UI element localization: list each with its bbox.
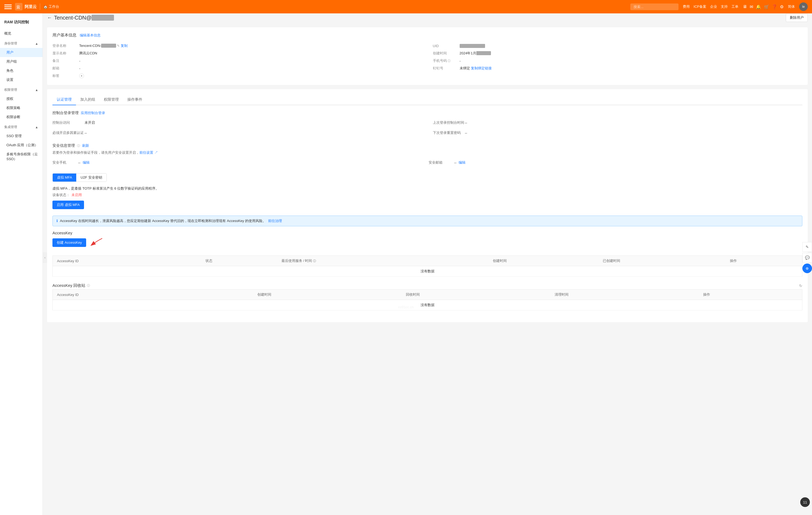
remark-value: - (79, 59, 80, 63)
tab-auth[interactable]: 认证管理 (53, 94, 76, 105)
edit-user-info-link[interactable]: 编辑基本信息 (80, 33, 100, 38)
sidebar-item-policy[interactable]: 权限策略 (0, 103, 42, 112)
nav-divider (40, 3, 40, 10)
logo: 云 阿里云 (15, 3, 37, 10)
recycle-table: AccessKey ID 创建时间 回收时间 清理时间 操作 没有数据 (53, 289, 802, 310)
nav-right: 费用 ICP备案 企业 支持 工单 🖥 ✉ 🔔 🛒 ❓ ⚙ 简体 Ie (630, 2, 808, 11)
app-console-link[interactable]: 应用控制台登录 (81, 111, 105, 115)
tab-events[interactable]: 操作事件 (123, 94, 147, 105)
next-reset-label: 下次登录重置密码 (433, 130, 465, 135)
uid-value: *** (460, 44, 485, 48)
last-login-label: 上次登录控制台时间 (433, 120, 465, 125)
nav-icp[interactable]: ICP备案 (694, 4, 706, 9)
bell-icon[interactable]: 🔔 (756, 4, 761, 9)
float-edit-button[interactable]: ✎ (802, 242, 812, 252)
nav-enterprise[interactable]: 企业 (710, 4, 717, 9)
goto-settings-link[interactable]: 前往设置 ↗ (139, 151, 158, 155)
console-login-section: 控制台登录管理 应用控制台登录 控制台访问 未开启 上次登录控制台时间 -- 必… (53, 111, 802, 137)
sidebar-item-diagnosis[interactable]: 权限诊断 (0, 112, 42, 121)
refresh-link[interactable]: 刷新 (82, 143, 89, 148)
ak-empty-row: 没有数据 (53, 266, 802, 277)
uid-label: UID (433, 44, 460, 48)
nail-label: 钉钉号 (433, 66, 460, 71)
monitor-icon[interactable]: 🖥 (743, 4, 747, 9)
chevron-up-icon: ▲ (35, 42, 38, 46)
accesskey-table: AccessKey ID 状态 最后使用服务 / 时间 ⓘ 创建时间 已创建时间… (53, 255, 802, 277)
recycle-col-clean: 清理时间 (550, 290, 699, 300)
sidebar-item-settings[interactable]: 设置 (0, 75, 42, 84)
recycle-empty-text: 没有数据 (53, 300, 802, 310)
accesskey-title: AccessKey (53, 231, 802, 235)
hamburger-menu[interactable] (4, 3, 12, 10)
nav-ticket[interactable]: 工单 (731, 4, 738, 9)
copy-login-name-link[interactable]: 复制 (121, 44, 127, 48)
nav-fee[interactable]: 费用 (683, 4, 690, 9)
next-reset-row: 下次登录重置密码 -- (433, 129, 803, 137)
sidebar-section-permission-header[interactable]: 权限管理 ▲ (0, 85, 42, 94)
sidebar-section-integration-header[interactable]: 集成管理 ▲ (0, 123, 42, 132)
sidebar-section-identity-header[interactable]: 身份管理 ▲ (0, 39, 42, 48)
security-header: 安全信息管理 ⓘ 刷新 (53, 143, 802, 148)
avatar[interactable]: Ie (799, 2, 808, 11)
sidebar-title: RAM 访问控制 (0, 18, 42, 29)
recycle-col-id: AccessKey ID (53, 290, 253, 300)
recycle-col-actions: 操作 (699, 290, 802, 300)
user-info-title: 用户基本信息 (53, 33, 77, 38)
tag-row: 标签 + (53, 72, 422, 80)
sidebar-item-overview[interactable]: 概览 (0, 29, 42, 38)
phone-value: - (460, 59, 461, 63)
ak-empty-text: 没有数据 (53, 266, 802, 277)
copy-nail-link[interactable]: 复制绑定链接 (471, 66, 492, 70)
display-name-row: 显示名称 腾讯云CDN (53, 50, 422, 57)
user-info-card: 用户基本信息 编辑基本信息 登录名称 Tencent-CDN-*** ✎ 复制 … (47, 27, 808, 85)
mfa-tab-virtual[interactable]: 虚拟 MFA (53, 173, 76, 182)
settings-icon[interactable]: ⚙ (780, 4, 784, 9)
recycle-refresh-icon[interactable]: ↻ (799, 283, 802, 288)
sidebar-section-overview: 概览 (0, 29, 42, 38)
phone-row: 手机号码 ⓘ - (433, 57, 803, 64)
tab-groups[interactable]: 加入的组 (76, 94, 99, 105)
recycle-col-created: 创建时间 (253, 290, 402, 300)
tag-label: 标签 (53, 73, 79, 78)
security-email-edit-link[interactable]: 编辑 (459, 160, 466, 165)
sidebar: RAM 访问控制 概览 身份管理 ▲ 用户 用户组 角色 设置 权限管理 ▲ 授… (0, 13, 43, 515)
sidebar-item-cloud-sso[interactable]: 多账号身份权限（云 SSO） (0, 150, 42, 164)
float-chat-button[interactable]: 💬 (802, 253, 812, 263)
sidebar-item-auth[interactable]: 授权 (0, 94, 42, 103)
create-accesskey-button[interactable]: 创建 AccessKey (53, 238, 86, 247)
goto-govern-link[interactable]: 前往治理 (268, 219, 282, 223)
sidebar-item-roles[interactable]: 角色 (0, 66, 42, 75)
security-phone-label: 安全手机 (53, 160, 74, 165)
nav-support[interactable]: 支持 (721, 4, 728, 9)
accesskey-section: AccessKey 创建 AccessKey AccessKey ID (53, 231, 802, 277)
ak-col-age: 已创建时间 (599, 256, 726, 266)
tag-value: + (79, 73, 84, 78)
mfa-tab-u2f[interactable]: U2F 安全密钥 (76, 173, 106, 182)
sidebar-item-sso[interactable]: SSO 管理 (0, 132, 42, 141)
sidebar-collapse-button[interactable]: ‹ (43, 252, 47, 263)
delete-user-button[interactable]: 删除用户 (786, 13, 808, 22)
enable-mfa-button[interactable]: 启用 虚拟 MFA (53, 200, 84, 209)
ak-col-status: 状态 (201, 256, 277, 266)
workbench-link[interactable]: 🏠 工作台 (44, 4, 59, 9)
sidebar-item-users[interactable]: 用户 (0, 48, 42, 57)
security-phone-edit-link[interactable]: 编辑 (83, 160, 90, 165)
console-access-value: 未开启 (85, 120, 95, 125)
cart-icon[interactable]: 🛒 (764, 4, 769, 9)
security-email-row: 安全邮箱 -- 编辑 (429, 158, 803, 167)
mail-icon[interactable]: ✉ (750, 4, 753, 9)
recycle-col-recycled: 回收时间 (402, 290, 550, 300)
back-button[interactable]: ← (47, 15, 52, 21)
accesskey-alert: ℹ AccessKey 在线时间越长，泄露风险越高，您应定期创建新 Access… (53, 216, 802, 226)
user-name[interactable]: 简体 (788, 4, 795, 9)
sidebar-item-oauth[interactable]: OAuth 应用（公测） (0, 141, 42, 150)
float-help-button[interactable]: ⊕ (802, 264, 812, 273)
login-name-value: Tencent-CDN-*** ✎ 复制 (79, 44, 127, 48)
tabs: 认证管理 加入的组 权限管理 操作事件 (53, 94, 802, 105)
last-login-row: 上次登录控制台时间 -- (433, 119, 803, 127)
tab-permissions[interactable]: 权限管理 (99, 94, 123, 105)
search-input[interactable] (630, 3, 678, 10)
mfa-status-label: 设备状态： (53, 193, 70, 197)
sidebar-item-usergroups[interactable]: 用户组 (0, 57, 42, 66)
question-icon[interactable]: ❓ (772, 4, 777, 9)
